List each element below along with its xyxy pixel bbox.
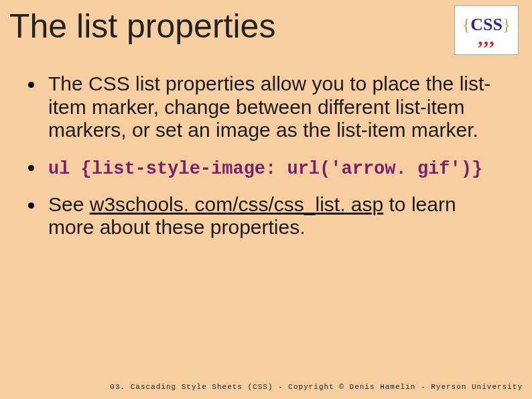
reference-link[interactable]: w3schools. com/css/css_list. asp bbox=[90, 193, 383, 215]
bullet-text: The CSS list properties allow you to pla… bbox=[48, 72, 490, 141]
list-item: The CSS list properties allow you to pla… bbox=[28, 72, 505, 142]
list-item: ul {list-style-image: url('arrow. gif')} bbox=[28, 156, 505, 180]
footer-text: 03. Cascading Style Sheets (CSS) - Copyr… bbox=[110, 383, 523, 391]
slide: The list properties {CSS} ,,, The CSS li… bbox=[0, 0, 532, 399]
slide-title: The list properties bbox=[9, 7, 275, 46]
bullet-list: The CSS list properties allow you to pla… bbox=[28, 72, 505, 239]
css-logo-text: {CSS} ,,, bbox=[462, 17, 511, 43]
css-logo: {CSS} ,,, bbox=[454, 5, 519, 55]
list-item: See w3schools. com/css/css_list. asp to … bbox=[28, 193, 505, 239]
code-snippet: ul {list-style-image: url('arrow. gif')} bbox=[48, 159, 482, 179]
bullet-prefix: See bbox=[48, 193, 90, 215]
content-area: The CSS list properties allow you to pla… bbox=[28, 72, 505, 253]
